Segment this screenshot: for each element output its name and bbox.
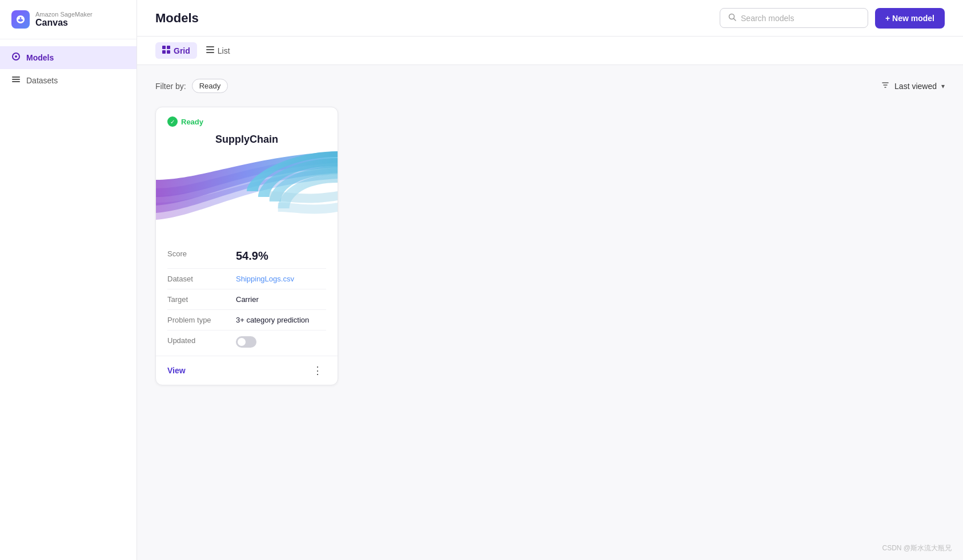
logo-text: Amazon SageMaker Canvas [35,11,93,28]
sidebar-datasets-label: Datasets [26,76,58,85]
detail-score: Score 54.9% [167,244,326,269]
sort-label[interactable]: Last viewed [894,82,937,91]
filter-label: Filter by: [155,82,186,91]
sidebar: Amazon SageMaker Canvas Models Datase [0,0,137,560]
sidebar-nav: Models Datasets [0,39,137,99]
sidebar-logo: Amazon SageMaker Canvas [0,0,137,39]
models-icon [11,52,21,63]
watermark: CSDN @斯水流大瓶兄 [882,543,952,553]
view-link[interactable]: View [167,366,186,375]
problem-type-value: 3+ category prediction [236,316,326,324]
svg-rect-13 [206,52,214,53]
detail-problem-type: Problem type 3+ category prediction [167,310,326,331]
svg-line-6 [734,19,736,21]
detail-dataset: Dataset ShippingLogs.csv [167,269,326,289]
problem-type-key: Problem type [167,316,224,324]
svg-rect-10 [167,50,170,54]
header: Models + New model [137,0,963,37]
detail-target: Target Carrier [167,289,326,310]
toggle-container [236,336,256,348]
svg-rect-4 [12,81,20,82]
toolbar: Grid List [137,37,963,65]
list-label: List [218,46,230,55]
logo-title: Canvas [35,18,93,28]
dataset-key: Dataset [167,275,224,283]
more-button[interactable]: ⋮ [309,363,326,378]
svg-rect-3 [12,79,20,80]
target-key: Target [167,295,224,304]
status-text: Ready [181,118,203,126]
logo-subtitle: Amazon SageMaker [35,11,93,18]
card-status: ✓ Ready [167,116,326,127]
model-grid: ✓ Ready SupplyChain [155,107,945,385]
sidebar-item-models[interactable]: Models [0,46,137,69]
sidebar-models-label: Models [26,53,54,62]
card-name: SupplyChain [167,131,326,146]
dataset-link[interactable]: ShippingLogs.csv [236,275,326,283]
grid-label: Grid [174,46,190,55]
main-content: Models + New model [137,0,963,560]
svg-rect-2 [12,76,20,78]
card-top: ✓ Ready SupplyChain [156,107,338,146]
sort-chevron-icon[interactable]: ▾ [941,82,945,90]
sort-icon[interactable] [881,80,890,92]
status-dot: ✓ [167,116,178,127]
list-view-button[interactable]: List [199,42,237,59]
card-footer: View ⋮ [156,356,338,385]
detail-updated: Updated [167,331,326,353]
logo-icon [11,10,30,29]
grid-view-button[interactable]: Grid [155,42,197,59]
svg-rect-9 [162,50,166,54]
svg-point-1 [15,55,17,58]
content-area: Filter by: Ready Last viewed ▾ ✓ [137,65,963,560]
new-model-button[interactable]: + New model [875,8,945,29]
card-visual [156,146,338,237]
score-key: Score [167,249,224,258]
sidebar-item-datasets[interactable]: Datasets [0,69,137,92]
updated-toggle[interactable] [236,336,256,348]
svg-rect-8 [167,46,170,49]
model-card: ✓ Ready SupplyChain [155,107,338,385]
updated-key: Updated [167,336,224,345]
grid-icon [162,46,170,55]
list-icon [206,46,214,55]
header-actions: + New model [720,8,945,29]
search-box[interactable] [720,8,868,28]
search-input[interactable] [741,14,860,23]
filter-right: Last viewed ▾ [881,80,945,92]
page-title: Models [155,11,199,26]
target-value: Carrier [236,295,326,304]
svg-rect-7 [162,46,166,49]
svg-rect-11 [206,46,214,47]
filter-tag-ready[interactable]: Ready [192,79,228,93]
search-icon [728,13,736,23]
filter-left: Filter by: Ready [155,79,228,93]
filter-bar: Filter by: Ready Last viewed ▾ [155,79,945,93]
score-value: 54.9% [236,249,326,263]
datasets-icon [11,75,21,86]
svg-rect-12 [206,49,214,50]
card-details: Score 54.9% Dataset ShippingLogs.csv Tar… [156,237,338,353]
